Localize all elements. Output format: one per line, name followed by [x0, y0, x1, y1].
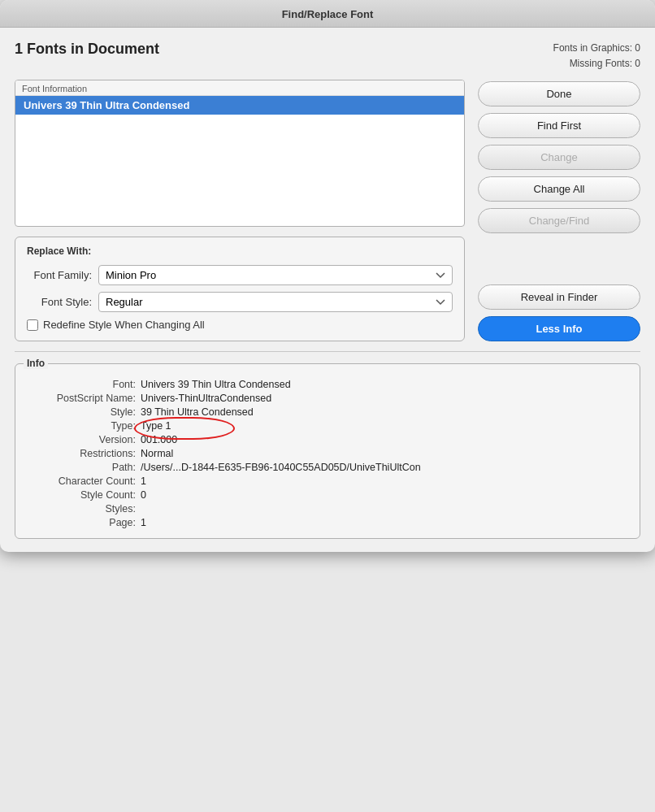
type-info-key: Type:: [27, 420, 141, 432]
find-replace-font-window: Find/Replace Font 1 Fonts in Document Fo…: [0, 0, 655, 552]
replace-with-box: Replace With: Font Family: Minion Pro Fo…: [15, 237, 465, 341]
redefine-style-row: Redefine Style When Changing All: [27, 319, 453, 331]
fonts-meta: Fonts in Graphics: 0 Missing Fonts: 0: [553, 41, 640, 72]
font-family-label: Font Family:: [27, 269, 92, 281]
font-family-select[interactable]: Minion Pro: [98, 265, 453, 285]
font-list-item[interactable]: Univers 39 Thin Ultra Condensed: [15, 96, 464, 115]
postscript-name-val: Univers-ThinUltraCondensed: [141, 393, 628, 404]
font-family-row: Font Family: Minion Pro: [27, 265, 453, 285]
font-style-label: Font Style:: [27, 296, 92, 308]
info-grid: Font: Univers 39 Thin Ultra Condensed Po…: [27, 379, 628, 528]
page-val: 1: [141, 517, 628, 528]
style-info-val: 39 Thin Ultra Condensed: [141, 406, 628, 418]
font-info-key: Font:: [27, 379, 141, 390]
page-key: Page:: [27, 517, 141, 528]
type-info-val: Type 1: [141, 420, 628, 432]
font-info-val: Univers 39 Thin Ultra Condensed: [141, 379, 628, 390]
right-panel: Done Find First Change Change All Change…: [478, 80, 640, 341]
info-section: Info Font: Univers 39 Thin Ultra Condens…: [15, 363, 640, 539]
styles-key: Styles:: [27, 503, 141, 515]
font-list[interactable]: Univers 39 Thin Ultra Condensed: [15, 96, 464, 226]
redefine-style-label[interactable]: Redefine Style When Changing All: [43, 319, 205, 331]
section-divider: [15, 351, 640, 352]
change-button[interactable]: Change: [478, 145, 640, 170]
font-style-select[interactable]: Regular: [98, 292, 453, 312]
version-val: 001.000: [141, 434, 628, 445]
fonts-count-label: 1 Fonts in Document: [15, 41, 159, 58]
window-title-bar: Find/Replace Font: [0, 0, 655, 28]
character-count-val: 1: [141, 475, 628, 487]
style-info-key: Style:: [27, 406, 141, 418]
font-information-label: Font Information: [15, 80, 464, 96]
restrictions-val: Normal: [141, 448, 628, 459]
missing-fonts: Missing Fonts: 0: [553, 56, 640, 72]
postscript-name-key: PostScript Name:: [27, 393, 141, 404]
restrictions-key: Restrictions:: [27, 448, 141, 459]
info-title: Info: [24, 358, 48, 369]
find-first-button[interactable]: Find First: [478, 113, 640, 138]
styles-val: [141, 503, 628, 515]
style-count-val: 0: [141, 489, 628, 501]
change-find-button[interactable]: Change/Find: [478, 208, 640, 233]
path-key: Path:: [27, 462, 141, 473]
style-count-key: Style Count:: [27, 489, 141, 501]
done-button[interactable]: Done: [478, 81, 640, 106]
less-info-button[interactable]: Less Info: [478, 316, 640, 341]
replace-with-title: Replace With:: [27, 245, 453, 257]
fonts-in-graphics: Fonts in Graphics: 0: [553, 41, 640, 56]
redefine-style-checkbox[interactable]: [27, 319, 38, 331]
change-all-button[interactable]: Change All: [478, 176, 640, 202]
window-title: Find/Replace Font: [282, 8, 374, 20]
font-list-section: Font Information Univers 39 Thin Ultra C…: [15, 80, 465, 227]
font-style-row: Font Style: Regular: [27, 292, 453, 312]
character-count-key: Character Count:: [27, 475, 141, 487]
version-key: Version:: [27, 434, 141, 445]
path-val: /Users/...D-1844-E635-FB96-1040C55AD05D/…: [141, 462, 628, 473]
reveal-in-finder-button[interactable]: Reveal in Finder: [478, 284, 640, 310]
